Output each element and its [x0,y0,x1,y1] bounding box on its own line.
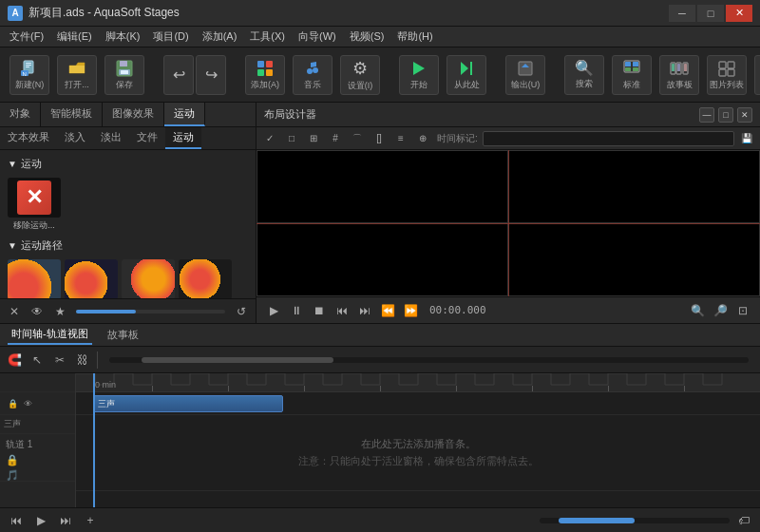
open-button[interactable]: 打开... [57,55,97,95]
svg-rect-31 [684,64,687,71]
preview-tool-check[interactable]: ✓ [260,129,279,148]
timeline-clip-main[interactable]: 三声 [93,395,283,412]
left-panel-eye[interactable]: 👁 [27,301,48,322]
tl-add-track[interactable]: + [80,510,101,531]
preview-title: 布局设计器 [264,107,692,122]
motion-section-header[interactable]: ▼ 运动 [4,154,252,174]
svg-rect-32 [719,62,726,68]
tl-tool-link[interactable]: ⛓ [72,350,93,370]
save-button[interactable]: 保存 [104,55,144,95]
preview-tool-brackets[interactable]: [] [370,129,389,148]
subtab-file[interactable]: 文件 [129,127,165,149]
preview-next[interactable]: ⏭ [355,301,374,320]
timeline-scrollbar[interactable] [109,357,749,363]
export-button[interactable]: 输出(U) [505,55,545,95]
tl-tool-magnet[interactable]: 🧲 [4,350,25,370]
timeline-marker-input[interactable] [483,131,734,146]
track-1-icon-2[interactable]: 🎵 [6,468,19,482]
menu-wizard[interactable]: 向导(W) [293,28,342,46]
preview-zoom-in[interactable]: 🔍 [688,301,707,320]
preview-pause[interactable]: ⏸ [287,301,306,320]
preview-tool-curve[interactable]: ⌒ [348,129,367,148]
preview-prev[interactable]: ⏮ [332,301,352,320]
preview-close[interactable]: ✕ [737,107,752,123]
subtab-motion[interactable]: 运动 [165,127,201,149]
tl-add-marker[interactable]: 🏷 [733,510,754,531]
menu-tools[interactable]: 工具(X) [244,28,291,46]
preview-fit[interactable]: ⊡ [733,301,752,320]
redo-button[interactable]: ↪ [196,55,226,95]
start-button[interactable]: 开始 [399,55,439,95]
menu-help[interactable]: 帮助(H) [391,28,438,46]
preview-minimize[interactable]: — [699,107,714,123]
preview-tool-hash[interactable]: # [326,129,345,148]
preview-stop[interactable]: ⏹ [310,301,329,320]
standard-button[interactable]: 标准 [612,55,652,95]
settings-button[interactable]: ⚙ 设置(I) [340,55,380,95]
track-icon-eye[interactable]: 👁 [21,397,34,410]
preview-tool-rect[interactable]: □ [282,129,301,148]
tl-tab-storyboard[interactable]: 故事板 [104,326,142,344]
subtab-fade-out[interactable]: 淡出 [93,127,129,149]
subtab-text-effect[interactable]: 文本效果 [0,127,57,149]
menu-bar: 文件(F) 编辑(E) 脚本(K) 项目(D) 添加(A) 工具(X) 向导(W… [0,27,760,48]
maximize-button[interactable]: □ [697,5,724,22]
minimize-button[interactable]: ─ [669,5,695,22]
preview-tool-save-marker[interactable]: 💾 [737,129,756,148]
left-panel-add[interactable]: ✕ [4,301,25,322]
effect-item-rtl[interactable]: 从右到左 [122,259,175,298]
preview-back[interactable]: ⏪ [378,301,397,320]
effect-item-float[interactable]: 克动 [179,259,232,298]
tab-smart-template[interactable]: 智能模板 [41,103,103,126]
tl-bottom-scrollbar-thumb[interactable] [559,518,635,523]
tl-bottom-scrollbar[interactable] [540,518,730,523]
menu-file[interactable]: 文件(F) [4,28,49,46]
search-button[interactable]: 🔍 搜索 [564,55,604,95]
svg-rect-13 [266,69,273,76]
track-1-icon-1[interactable]: 🔒 [6,453,19,466]
svg-rect-35 [728,69,734,76]
left-panel-star[interactable]: ★ [49,301,70,322]
preview-zoom-out[interactable]: 🔎 [711,301,730,320]
storyboard-button[interactable]: 故事板 [659,55,699,95]
add-button[interactable]: 添加(A) [245,55,285,95]
tl-tool-scissors[interactable]: ✂ [49,350,70,370]
preview-restore[interactable]: □ [718,107,733,123]
left-panel-refresh[interactable]: ↺ [231,301,252,322]
preview-tool-target[interactable]: ⊕ [413,129,432,148]
svg-rect-24 [625,67,631,71]
menu-project[interactable]: 项目(D) [147,28,194,46]
tab-object[interactable]: 对象 [0,103,41,126]
tl-tab-timeline[interactable]: 时间轴-轨道视图 [8,325,92,345]
preview-forward[interactable]: ⏩ [401,301,420,320]
tab-image-effect[interactable]: 图像效果 [103,103,164,126]
new-button[interactable]: N 新建(N) [10,55,49,95]
menu-edit[interactable]: 编辑(E) [51,28,98,46]
close-button[interactable]: ✕ [726,5,752,22]
menu-video[interactable]: 视频(S) [344,28,390,46]
tab-motion[interactable]: 运动 [164,103,205,126]
preview-tool-grid[interactable]: ⊞ [304,129,323,148]
menu-add[interactable]: 添加(A) [197,28,243,46]
subtab-fade-in[interactable]: 淡入 [57,127,93,149]
track-icon-lock[interactable]: 🔒 [6,397,19,410]
tl-tool-cursor[interactable]: ↖ [27,350,48,370]
tl-go-end[interactable]: ⏭ [55,510,76,531]
effect-item-explode[interactable]: 爆炸 [65,259,118,298]
empty-message-line2: 注意：只能向处于活业窗格，确保包含所需特点去。 [298,453,539,470]
effect-item-rotate[interactable]: 2x2旋转 [8,259,61,298]
motion-path-section-header[interactable]: ▼ 运动路径 [4,236,252,256]
undo-button[interactable]: ↩ [163,55,194,95]
title-bar: A 新项目.ads - AquaSoft Stages ─ □ ✕ [0,0,760,27]
from-here-button[interactable]: 从此处 [446,55,486,95]
preview-tool-lines[interactable]: ≡ [391,129,410,148]
preview-play[interactable]: ▶ [264,301,283,320]
music-button[interactable]: 音乐 [293,55,332,95]
menu-script[interactable]: 脚本(K) [100,28,146,46]
timeline-scrollbar-thumb[interactable] [142,357,333,363]
photo-list-button[interactable]: 图片列表 [707,55,747,95]
effect-item-remove-motion[interactable]: ✕ 移除运动... [8,178,61,232]
tools-button[interactable]: 🔧 工具箱 [754,55,760,95]
tl-play[interactable]: ▶ [30,510,51,531]
tl-go-start[interactable]: ⏮ [6,510,27,531]
